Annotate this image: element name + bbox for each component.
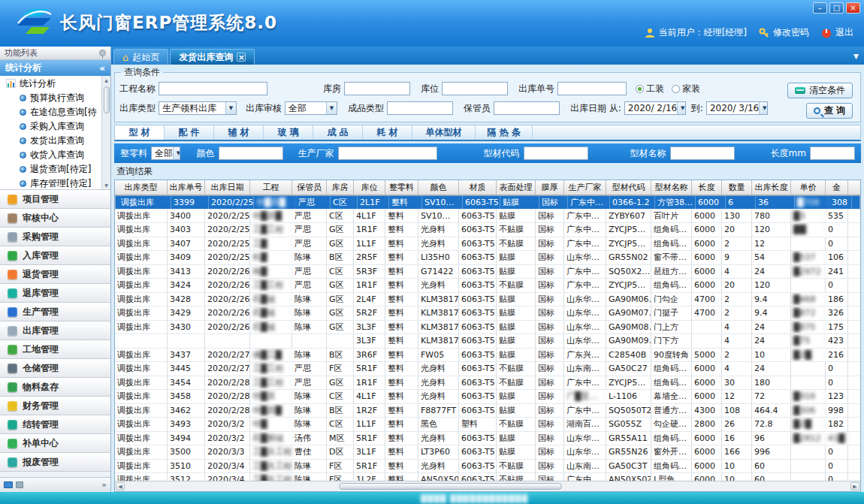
- table-row[interactable]: 调拨出库34092020/2/25长█陈琳B区2R5F整料LI35H06063-…: [115, 251, 860, 265]
- material-tab[interactable]: 型 材: [115, 125, 165, 140]
- pin-icon[interactable]: [99, 50, 106, 56]
- column-header[interactable]: 颜色: [418, 180, 459, 195]
- column-header[interactable]: 单价: [791, 180, 826, 195]
- outbound-type-select[interactable]: 生产领料出库▼: [159, 101, 237, 115]
- sidebar-menu-inventory[interactable]: 物料盘存: [0, 378, 110, 397]
- table-row[interactable]: 3L3F整料KLM38176063-T5贴膜国标山东华…GA90M09…门下方4…: [115, 334, 860, 349]
- horizontal-scrollbar[interactable]: ◀ ▶: [115, 481, 860, 491]
- tree-item[interactable]: 库存管理[待定]: [0, 177, 101, 190]
- table-row[interactable]: 调拨出库34282020/2/26石█城陈琳G区2L4F整料KLM3817606…: [115, 293, 860, 307]
- column-header[interactable]: 型材代码: [606, 180, 651, 195]
- material-tab[interactable]: 辅 材: [214, 125, 264, 140]
- project-name-input[interactable]: [159, 82, 267, 95]
- sidebar-menu-audit[interactable]: 审核中心: [0, 209, 110, 228]
- table-row[interactable]: 调拨出库34002020/2/25华█原█严思C区4L1F整料SV10…6063…: [115, 210, 860, 224]
- table-row[interactable]: 调拨出库34542020/2/28工█工程严思G区1R1F整料光身料6063-T…: [115, 376, 860, 391]
- sidebar-menu-scrap[interactable]: 报废管理: [0, 453, 110, 472]
- table-row[interactable]: 调拨出库34132020/2/26南█严思C区5R3F整料G714226063-…: [115, 265, 860, 279]
- column-header[interactable]: 出库长度: [752, 180, 791, 195]
- table-row[interactable]: 调拨出库34242020/2/26工█工程严思G区1R1F整料光身料6063-T…: [115, 279, 860, 293]
- manufacturer-input[interactable]: [338, 146, 437, 160]
- material-tab[interactable]: 玻 璃: [264, 125, 313, 140]
- order-no-input[interactable]: [557, 82, 627, 95]
- tab-close-icon[interactable]: ×: [237, 53, 246, 62]
- column-header[interactable]: 保管员: [292, 180, 327, 195]
- sidebar-menu-outbound[interactable]: 出库管理: [0, 321, 110, 340]
- column-header[interactable]: 出库单号: [168, 180, 205, 195]
- more-menus-icon[interactable]: »: [101, 480, 107, 490]
- close-button[interactable]: ×: [846, 2, 860, 14]
- scroll-up-icon[interactable]: ▲: [104, 76, 108, 84]
- product-type-input[interactable]: [387, 101, 453, 115]
- table-row[interactable]: 调拨出库34942020/3/2石█辉城汤伟M区5R1F整料光身料6063-T5…: [115, 432, 860, 446]
- table-row[interactable]: 调拨出库35102020/3/4工█共工程陈琳F区5R1F整料光身料6063-T…: [115, 460, 860, 474]
- collapse-icon[interactable]: «: [99, 63, 105, 74]
- whole-part-select[interactable]: 全部▼: [151, 146, 180, 160]
- column-header[interactable]: 生产厂家: [564, 180, 606, 195]
- column-header[interactable]: 出库类型: [115, 180, 168, 195]
- tree-scrollbar-thumb[interactable]: [104, 86, 110, 113]
- tree-item[interactable]: 在途信息查询[待: [0, 105, 101, 119]
- table-row[interactable]: 调拨出库35002020/3/3工█共工程曹佳D区3L1F整料LT3P60606…: [115, 445, 860, 460]
- sidebar-menu-production[interactable]: 生产管理: [0, 303, 110, 321]
- tree-item[interactable]: 预算执行查询: [0, 91, 101, 105]
- change-password-button[interactable]: 修改密码: [759, 26, 809, 39]
- keeper-input[interactable]: [494, 101, 560, 115]
- tree-item[interactable]: 发货出库查询: [0, 134, 101, 148]
- tree-item[interactable]: 采购入库查询: [0, 119, 101, 134]
- material-tab[interactable]: 配 件: [165, 125, 214, 140]
- table-row[interactable]: 调拨出库33992020/2/25华█原█严思C区2L1F整料SV10…6063…: [115, 195, 860, 210]
- color-input[interactable]: [219, 146, 283, 160]
- logout-button[interactable]: 退出: [821, 26, 853, 39]
- table-row[interactable]: 调拨出库34932020/3/2华█陈琳C区1L1F整料黑色塑料不贴膜国标湖南百…: [115, 418, 860, 432]
- table-row[interactable]: 调拨出库34372020/2/27佛█工█陈琳B区3R6F整料FW056063-…: [115, 349, 860, 363]
- minimize-button[interactable]: –: [813, 2, 827, 14]
- tab-list-dropdown-icon[interactable]: ▼: [853, 53, 859, 60]
- date-from-select[interactable]: 2020/ 2/16▼: [624, 101, 686, 115]
- table-row[interactable]: 调拨出库34582020/2/28华█原陈琳C区4L1F整料光身料6063-T5…: [115, 390, 860, 404]
- sidebar-menu-purchase[interactable]: 采购管理: [0, 228, 110, 246]
- scroll-right-icon[interactable]: ▶: [850, 482, 859, 490]
- column-header[interactable]: 型材名称: [651, 180, 692, 195]
- column-header[interactable]: 表面处理: [497, 180, 536, 195]
- column-header[interactable]: 库位: [354, 180, 385, 195]
- column-header[interactable]: 库房: [327, 180, 354, 195]
- column-header[interactable]: 工程: [250, 180, 292, 195]
- sidebar-menu-storage[interactable]: 仓储管理: [0, 359, 110, 378]
- tree-scrollbar[interactable]: ▲ ▼: [101, 76, 110, 189]
- table-row[interactable]: 调拨出库34622020/2/28华█原█陈琳B区1R2F整料F8877FT60…: [115, 404, 860, 418]
- clear-conditions-button[interactable]: 清空条件: [787, 83, 853, 98]
- column-header[interactable]: 数量: [722, 180, 752, 195]
- sidebar-menu-return-goods[interactable]: 退货管理: [0, 265, 110, 284]
- sidebar-menu-return-warehouse[interactable]: 退库管理: [0, 284, 110, 303]
- tree-item[interactable]: 收货入库查询: [0, 148, 101, 162]
- table-row[interactable]: 调拨出库34072020/2/25工█严思G区1L1F整料光身料6063-T5不…: [115, 237, 860, 252]
- material-tab[interactable]: 耗 材: [363, 125, 412, 140]
- table-row[interactable]: 调拨出库35122020/3/4工█共工程陈琳F区1L2F整料AN50X50…6…: [115, 473, 860, 481]
- hscrollbar-thumb[interactable]: [339, 483, 563, 490]
- warehouse-input[interactable]: [344, 82, 410, 95]
- scroll-left-icon[interactable]: ◀: [116, 482, 125, 490]
- table-row[interactable]: 调拨出库34032020/2/25工█工程严思G区1R1F整料光身料6063-T…: [115, 223, 860, 237]
- length-input[interactable]: [810, 146, 855, 160]
- audit-select[interactable]: 全部▼: [285, 101, 337, 115]
- table-row[interactable]: 调拨出库34302020/2/26石█城陈琳G区3L3F整料KLM3817606…: [115, 321, 860, 335]
- profile-name-input[interactable]: [670, 146, 735, 160]
- column-header[interactable]: 出库日期: [205, 180, 250, 195]
- tree-item[interactable]: 退货查询[待定]: [0, 162, 101, 177]
- search-button[interactable]: 查 询: [806, 103, 853, 119]
- table-row[interactable]: 调拨出库34452020/2/27工█工程严思F区5R1F整料光身料6063-T…: [115, 362, 860, 376]
- column-header[interactable]: 膜厚: [536, 180, 564, 195]
- tab-shipment-outbound-query[interactable]: 发货出库查询 ×: [170, 49, 255, 65]
- column-header[interactable]: 金: [826, 180, 848, 195]
- column-header[interactable]: 长度: [692, 180, 722, 195]
- sidebar-menu-site[interactable]: 工地管理: [0, 340, 110, 359]
- sidebar-menu-project[interactable]: 项目管理: [0, 190, 110, 209]
- maximize-button[interactable]: □: [829, 2, 844, 14]
- sidebar-section-statistics[interactable]: 统计分析 «: [0, 60, 110, 76]
- column-header[interactable]: 材质: [459, 180, 497, 195]
- profile-code-input[interactable]: [524, 146, 588, 160]
- location-input[interactable]: [442, 82, 508, 95]
- sidebar-menu-carryover[interactable]: 结转管理: [0, 415, 110, 434]
- material-tab[interactable]: 成 品: [313, 125, 363, 140]
